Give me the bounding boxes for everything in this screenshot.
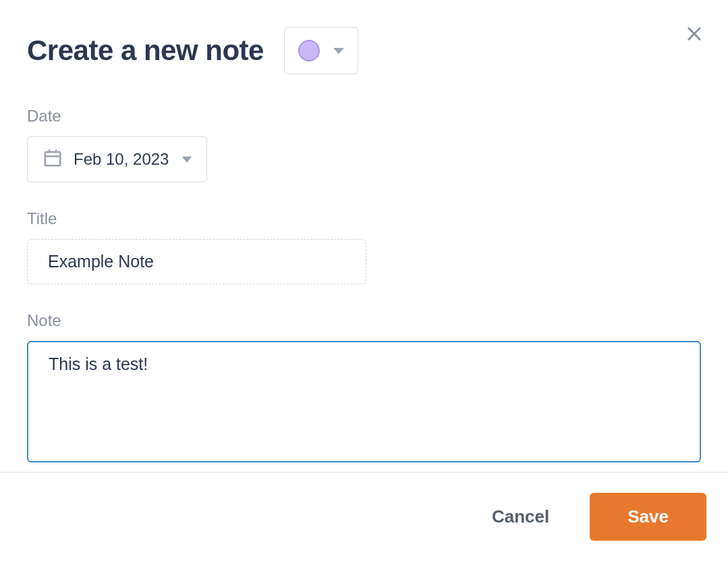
date-field-group: Date Feb 10, 2023 xyxy=(27,107,701,182)
save-button[interactable]: Save xyxy=(590,493,706,541)
date-picker[interactable]: Feb 10, 2023 xyxy=(27,136,207,182)
modal-title: Create a new note xyxy=(27,34,264,67)
title-field-group: Title xyxy=(27,209,701,284)
svg-rect-2 xyxy=(45,152,61,165)
color-picker-dropdown[interactable] xyxy=(284,27,358,74)
color-swatch-icon xyxy=(298,40,320,61)
title-input[interactable] xyxy=(27,239,366,284)
modal-header: Create a new note xyxy=(27,27,701,74)
note-label: Note xyxy=(27,311,701,330)
chevron-down-icon xyxy=(182,157,192,163)
chevron-down-icon xyxy=(333,48,344,54)
title-label: Title xyxy=(27,209,701,228)
note-textarea[interactable] xyxy=(27,341,701,462)
date-label: Date xyxy=(27,107,701,126)
create-note-modal: Create a new note Date Feb 10, 2023 Titl… xyxy=(0,0,728,466)
close-button[interactable] xyxy=(682,22,706,48)
cancel-button[interactable]: Cancel xyxy=(484,501,557,533)
date-value: Feb 10, 2023 xyxy=(74,150,169,169)
calendar-icon xyxy=(43,148,63,171)
close-icon xyxy=(685,24,704,43)
note-field-group: Note xyxy=(27,311,701,465)
modal-footer: Cancel Save xyxy=(0,472,728,561)
